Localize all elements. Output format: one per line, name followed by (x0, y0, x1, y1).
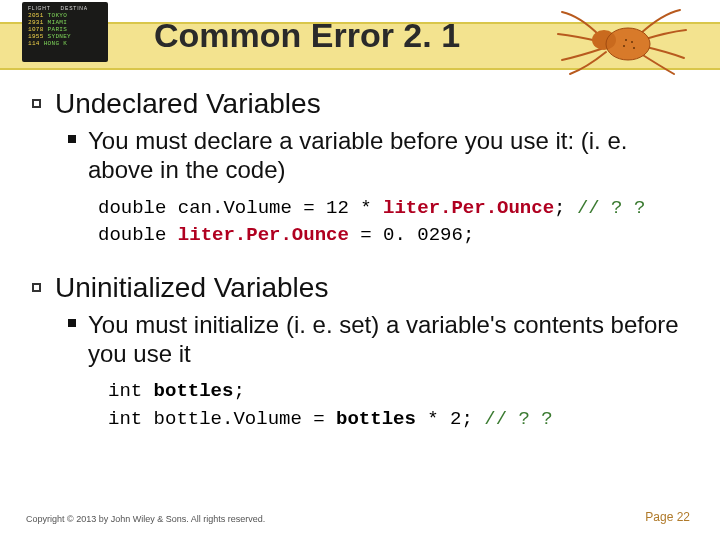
square-bullet-icon (32, 99, 41, 108)
code-line: double can.Volume = 12 * liter.Per.Ounce… (98, 195, 692, 223)
square-bullet-fill-icon (68, 319, 76, 327)
square-bullet-icon (32, 283, 41, 292)
code-block-1: double can.Volume = 12 * liter.Per.Ounce… (98, 195, 692, 250)
spider-image (552, 2, 692, 80)
heading-2: Uninitialized Variables (55, 272, 328, 304)
bullet-lvl1: Undeclared Variables (32, 88, 692, 120)
svg-point-4 (631, 41, 633, 43)
subtext-2: You must initialize (i. e. set) a variab… (88, 310, 692, 369)
code-line: int bottles; (108, 378, 692, 406)
code-block-2: int bottles; int bottle.Volume = bottles… (108, 378, 692, 433)
bullet-lvl2: You must initialize (i. e. set) a variab… (68, 310, 692, 369)
page-number: Page 22 (645, 510, 690, 524)
square-bullet-fill-icon (68, 135, 76, 143)
copyright-text: Copyright © 2013 by John Wiley & Sons. A… (26, 514, 265, 524)
bullet-lvl1: Uninitialized Variables (32, 272, 692, 304)
svg-point-5 (623, 45, 625, 47)
heading-1: Undeclared Variables (55, 88, 321, 120)
svg-point-3 (625, 39, 627, 41)
bullet-lvl2: You must declare a variable before you u… (68, 126, 692, 185)
subtext-1: You must declare a variable before you u… (88, 126, 692, 185)
slide-title: Common Error 2. 1 (154, 16, 460, 55)
svg-point-6 (633, 47, 635, 49)
slide-content: Undeclared Variables You must declare a … (32, 80, 692, 433)
code-line: double liter.Per.Ounce = 0. 0296; (98, 222, 692, 250)
departure-board-image: FLIGHTDESTINA 2051TOKYO 2931MIAMI 1078PA… (22, 2, 108, 62)
code-line: int bottle.Volume = bottles * 2; // ? ? (108, 406, 692, 434)
